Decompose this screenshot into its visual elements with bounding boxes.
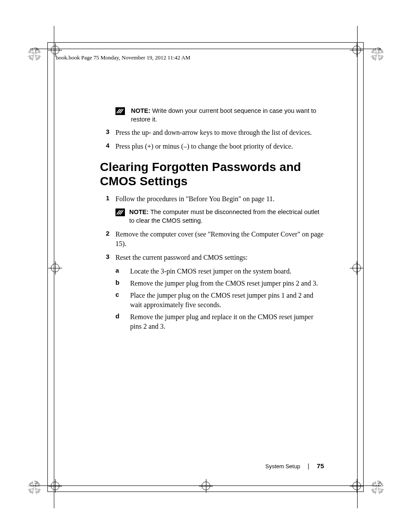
rosette-mark-icon <box>371 47 384 61</box>
note-icon <box>115 107 125 115</box>
step-text: Reset the current password and CMOS sett… <box>115 253 248 262</box>
step-row: 1 Follow the procedures in "Before You B… <box>100 194 324 204</box>
substep-letter: a <box>115 267 130 274</box>
substep-text: Remove the jumper plug and replace it on… <box>130 312 324 331</box>
note-body: Write down your current boot sequence in… <box>131 107 316 123</box>
step-text: Follow the procedures in "Before You Beg… <box>115 194 274 204</box>
step-number: 3 <box>100 253 115 260</box>
note-body: The computer must be disconnected from t… <box>129 208 319 224</box>
substep-row: d Remove the jumper plug and replace it … <box>115 312 324 331</box>
page: book.book Page 75 Monday, November 19, 2… <box>0 0 411 532</box>
rosette-mark-icon <box>28 481 41 495</box>
substep-row: b Remove the jumper plug from the CMOS r… <box>115 279 324 288</box>
page-footer: System Setup | 75 <box>0 462 324 470</box>
step-text: Press plus (+) or minus (–) to change th… <box>115 142 293 151</box>
substep-text: Remove the jumper plug from the CMOS res… <box>130 279 318 288</box>
substep-row: a Locate the 3-pin CMOS reset jumper on … <box>115 267 324 276</box>
step-row: 2 Remove the computer cover (see "Removi… <box>100 230 324 249</box>
note-block: NOTE: Write down your current boot seque… <box>115 107 324 124</box>
rosette-mark-icon <box>28 47 41 61</box>
footer-separator: | <box>308 463 309 470</box>
footer-section: System Setup <box>265 463 300 470</box>
substep-letter: d <box>115 312 130 320</box>
registration-mark-icon <box>350 43 364 57</box>
registration-mark-icon <box>48 479 62 493</box>
substep-letter: c <box>115 291 130 298</box>
substep-text: Place the jumper plug on the CMOS reset … <box>130 291 324 310</box>
running-header: book.book Page 75 Monday, November 19, 2… <box>56 54 190 61</box>
footer-page-number: 75 <box>317 462 324 470</box>
substep-row: c Place the jumper plug on the CMOS rese… <box>115 291 324 310</box>
substep-text: Locate the 3-pin CMOS reset jumper on th… <box>130 267 291 276</box>
substep-letter: b <box>115 279 130 286</box>
section-heading: Clearing Forgotten Passwords and CMOS Se… <box>100 160 324 188</box>
note-label: NOTE: <box>129 208 149 215</box>
step-number: 4 <box>100 142 115 149</box>
content-area: NOTE: Write down your current boot seque… <box>100 107 324 334</box>
rosette-mark-icon <box>371 481 384 495</box>
step-row: 3 Reset the current password and CMOS se… <box>100 253 324 262</box>
step-number: 1 <box>100 194 115 202</box>
registration-mark-icon <box>48 261 62 275</box>
note-label: NOTE: <box>131 107 150 114</box>
note-text: NOTE: Write down your current boot seque… <box>131 107 324 124</box>
note-block: NOTE: The computer must be disconnected … <box>115 208 324 225</box>
registration-mark-icon <box>199 479 213 493</box>
step-row: 3 Press the up- and down-arrow keys to m… <box>100 128 324 137</box>
registration-mark-icon <box>350 261 364 275</box>
step-row: 4 Press plus (+) or minus (–) to change … <box>100 142 324 151</box>
step-number: 2 <box>100 230 115 237</box>
note-icon <box>115 208 125 216</box>
step-text: Remove the computer cover (see "Removing… <box>115 230 324 249</box>
registration-mark-icon <box>350 479 364 493</box>
note-text: NOTE: The computer must be disconnected … <box>129 208 324 225</box>
step-number: 3 <box>100 128 115 135</box>
step-text: Press the up- and down-arrow keys to mov… <box>115 128 311 137</box>
